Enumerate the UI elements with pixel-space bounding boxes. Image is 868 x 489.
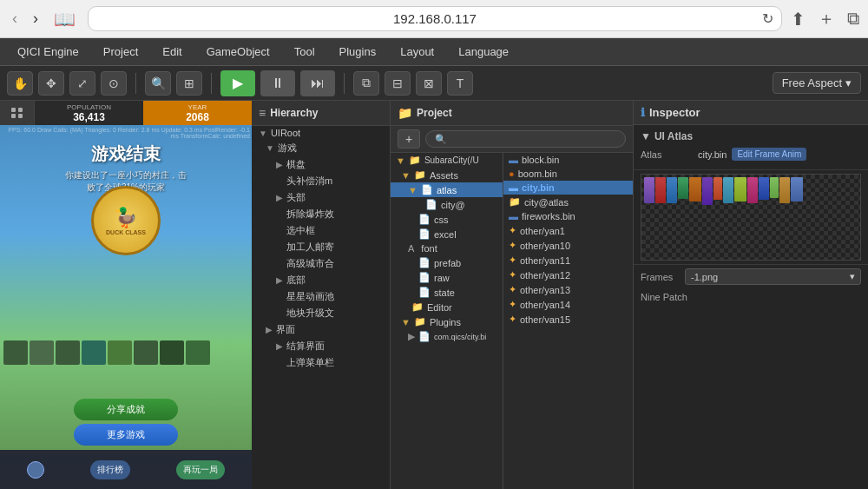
tree-item-uiroot[interactable]: ▼UIRoot [252,126,390,140]
tree-font[interactable]: Afont [391,241,503,255]
atlas-label: Atlas [641,149,693,160]
layout-btn-3[interactable]: ⊠ [416,71,442,96]
tree-item-stars[interactable]: ▶星星动画池 [252,288,390,305]
avatar [27,461,44,479]
tree-com-qics[interactable]: ▶📄com.qics/city.bi [391,329,503,344]
play-button[interactable]: ▶ [220,70,255,96]
duck-badge: 🦆 DUCK CLASS [91,186,161,255]
building-row [0,337,252,406]
menu-bar: QICI Engine Project Edit GameObject Tool… [0,38,868,66]
share-button[interactable]: 分享成就 [74,399,178,420]
frames-dropdown[interactable]: -1.png ▾ [685,268,861,285]
grid-tool-button[interactable]: ⊞ [176,71,202,96]
menu-qici-engine[interactable]: QICI Engine [7,42,89,62]
tree-subaraciy[interactable]: ▼📁SubaraCity(/U [391,153,503,168]
project-files: ▬ block.bin ● boom.bin ▬ city.bin 📁 city… [503,153,633,489]
move-tool-button[interactable]: ✥ [38,71,64,96]
file-yan14[interactable]: ✦ other/yan14 [503,297,633,312]
menu-plugins[interactable]: Plugins [329,42,387,62]
frames-row: Frames -1.png ▾ [634,264,868,288]
tree-city-at[interactable]: ▶📄city@ [391,197,503,212]
menu-project[interactable]: Project [93,42,148,62]
file-boom-bin[interactable]: ● boom.bin [503,167,633,181]
rotate-tool-button[interactable]: ⊙ [101,71,127,96]
menu-gameobject[interactable]: GameObject [196,42,280,62]
file-yan11[interactable]: ✦ other/yan11 [503,253,633,268]
tree-item-ui[interactable]: ▶界面 [252,321,390,338]
replay-button[interactable]: 再玩一局 [176,460,225,479]
file-fireworks-bin[interactable]: ▬ fireworks.bin [503,209,633,223]
aspect-dropdown[interactable]: Free Aspect ▾ [773,72,861,94]
hand-tool-button[interactable]: ✋ [7,71,33,96]
tree-assets[interactable]: ▼📁Assets [391,168,503,182]
file-yan10[interactable]: ✦ other/yan10 [503,238,633,253]
year-value: 2068 [186,111,209,123]
game-bottom-bar: 排行榜 再玩一局 [0,450,252,489]
share-icon[interactable]: ⬆ [791,9,806,30]
tree-state[interactable]: ▶📄state [391,285,503,300]
nine-patch-label: Nine Patch [641,292,687,302]
game-buttons: 分享成就 更多游戏 [74,399,178,446]
inspector-title: Inspector [649,106,700,119]
tree-item-city-upgrade[interactable]: ▶高级城市合 [252,255,390,272]
more-games-button[interactable]: 更多游戏 [74,424,178,446]
tree-item-board[interactable]: ▶棋盘 [252,156,390,173]
tree-item-game[interactable]: ▼游戏 [252,140,390,156]
forward-button[interactable]: › [30,10,42,28]
tree-item-select[interactable]: ▶选中框 [252,222,390,239]
tabs-icon[interactable]: ⧉ [847,9,859,29]
tree-raw[interactable]: ▶📄raw [391,270,503,285]
debug-overlay: FPS: 60.0 Draw Calls: (MA) Triangles: 0 … [0,127,250,139]
menu-edit[interactable]: Edit [152,42,192,62]
tree-excel[interactable]: ▶📄excel [391,227,503,241]
project-search-input[interactable] [425,130,626,148]
project-folder-icon: 📁 [398,106,412,120]
file-block-bin[interactable]: ▬ block.bin [503,153,633,167]
edit-frame-anim-button[interactable]: Edit Frame Anim [732,148,806,161]
layout-btn-1[interactable]: ⧉ [353,71,379,96]
file-yan1[interactable]: ✦ other/yan1 [503,223,633,238]
text-tool-button[interactable]: T [447,71,473,96]
menu-language[interactable]: Language [448,42,519,62]
tree-item-head[interactable]: ▶头部 [252,189,390,206]
tree-item-block-upgrade[interactable]: ▶地块升级文 [252,305,390,321]
url-bar[interactable]: 192.168.0.117 [88,6,782,31]
leaderboard-button[interactable]: 排行榜 [90,460,130,479]
step-button[interactable]: ⏭ [300,70,335,96]
tree-item-bottom[interactable]: ▶底部 [252,272,390,288]
reload-icon[interactable]: ↻ [762,10,773,27]
tree-item-result[interactable]: ▶结算界面 [252,338,390,354]
ui-atlas-section: ▼ UI Atlas Atlas city.bin Edit Frame Ani… [634,125,868,170]
hierarchy-header: ≡ Hierarchy [252,101,390,126]
tree-css[interactable]: ▶📄css [391,212,503,227]
file-van15[interactable]: ✦ other/van15 [503,312,633,327]
file-yan12[interactable]: ✦ other/yan12 [503,268,633,282]
tree-atlas[interactable]: ▼📄atlas [391,182,503,197]
tree-prefab[interactable]: ▶📄prefab [391,255,503,270]
tree-item-mail[interactable]: ▶加工人邮寄 [252,239,390,255]
file-city-atlas[interactable]: 📁 city@atlas [503,195,633,209]
file-city-bin[interactable]: ▬ city.bin [503,181,633,195]
menu-layout[interactable]: Layout [390,42,444,62]
pause-button[interactable]: ⏸ [260,70,295,96]
tree-editor[interactable]: ▶📁Editor [391,300,503,314]
hierarchy-tree: ▼UIRoot ▼游戏 ▶棋盘 ▶头补偿消m ▶头部 ▶拆除爆炸效 ▶选中框 ▶… [252,126,390,489]
layout-btn-2[interactable]: ⊟ [385,71,411,96]
tree-plugins[interactable]: ▼📁Plugins [391,314,503,329]
back-button[interactable]: ‹ [9,10,21,28]
menu-tool[interactable]: Tool [284,42,326,62]
search-tool-button[interactable]: 🔍 [145,71,171,96]
tree-item-menu[interactable]: ▶上弹菜单栏 [252,354,390,371]
tree-item-explode[interactable]: ▶拆除爆炸效 [252,206,390,222]
add-tab-icon[interactable]: ＋ [818,7,835,30]
file-yan13[interactable]: ✦ other/yan13 [503,282,633,297]
game-menu-icon[interactable] [0,101,35,125]
project-add-button[interactable]: + [398,129,420,149]
inspector-panel: ℹ Inspector ▼ UI Atlas Atlas city.bin Ed… [634,101,868,489]
project-content: ▼📁SubaraCity(/U ▼📁Assets ▼📄atlas ▶📄city@… [391,153,633,489]
tree-item-head-bonus[interactable]: ▶头补偿消m [252,173,390,189]
browser-bar: ‹ › 📖 192.168.0.117 ↻ ⬆ ＋ ⧉ [0,0,868,38]
atlas-preview-inner [641,175,860,260]
game-view: POPULATION 36,413 YEAR 2068 游戏结束 你建设出了一座… [0,101,252,489]
scale-tool-button[interactable]: ⤢ [69,71,95,96]
